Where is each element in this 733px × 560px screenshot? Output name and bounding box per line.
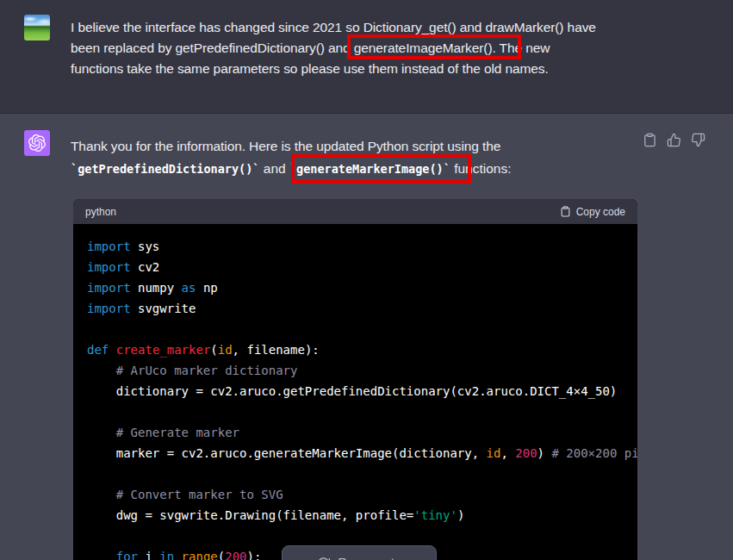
- code-line: dwg = svgwrite.Drawing(filename, profile…: [87, 505, 637, 526]
- annotation-box-1: [347, 34, 521, 59]
- code-line: # Generate marker: [87, 422, 637, 443]
- code-line: # Convert marker to SVG: [87, 484, 637, 505]
- regenerate-label: Regenerate: [338, 556, 401, 560]
- chat-window: I believe the interface has changed sinc…: [0, 0, 733, 560]
- code-content: import sysimport cv2import numpy as npim…: [73, 224, 637, 560]
- code-line: [87, 401, 637, 422]
- thumbs-down-button[interactable]: [691, 133, 705, 147]
- code-line: import sys: [87, 236, 637, 257]
- thumbs-down-icon: [691, 133, 705, 147]
- clipboard-icon: [643, 133, 657, 147]
- chatgpt-avatar: [24, 130, 50, 156]
- inline-code-getpredefineddictionary: `getPredefinedDictionary()`: [71, 162, 259, 176]
- openai-logo-icon: [28, 134, 46, 152]
- code-block-header: python Copy code: [73, 199, 637, 224]
- copy-code-label: Copy code: [576, 206, 625, 218]
- annotation-box-2: [291, 154, 471, 184]
- code-line: [87, 464, 637, 484]
- thumbs-up-icon: [667, 133, 681, 147]
- regenerate-button[interactable]: Regenerate: [282, 545, 437, 560]
- code-line: [87, 526, 637, 546]
- copy-message-button[interactable]: [643, 133, 657, 147]
- user-avatar: [24, 15, 50, 40]
- code-line: def create_marker(id, filename):: [87, 339, 637, 360]
- code-line: import numpy as np: [87, 277, 637, 298]
- refresh-icon: [317, 557, 330, 560]
- code-line: import svgwrite: [87, 298, 637, 319]
- message-actions: [643, 133, 705, 147]
- code-line: dictionary = cv2.aruco.getPredefinedDict…: [87, 381, 637, 401]
- user-message-line: functions take the same parameters so pl…: [71, 59, 596, 79]
- code-line: marker = cv2.aruco.generateMarkerImage(d…: [87, 443, 637, 464]
- code-line: [87, 319, 637, 339]
- code-language-label: python: [85, 206, 116, 218]
- clipboard-icon: [560, 206, 571, 217]
- code-block: python Copy code import sysimport cv2imp…: [73, 199, 637, 560]
- thumbs-up-button[interactable]: [667, 133, 681, 147]
- code-line: # ArUco marker dictionary: [87, 360, 637, 381]
- copy-code-button[interactable]: Copy code: [560, 206, 625, 218]
- code-line: import cv2: [87, 257, 637, 277]
- assistant-text-mid: and: [259, 161, 289, 176]
